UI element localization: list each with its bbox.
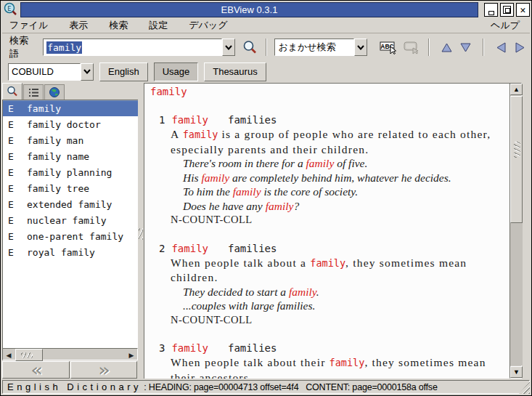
sense-example: Does he have any family? [183, 199, 504, 214]
menu-item-0[interactable]: ファイル [2, 18, 55, 32]
pane-divider[interactable] [138, 83, 144, 379]
keyword-link[interactable]: family [201, 171, 229, 184]
tab-word-list[interactable] [23, 84, 44, 100]
scroll-left-arrow[interactable]: ◀ [3, 349, 15, 361]
minimize-button[interactable] [484, 3, 498, 17]
dictionary-combo-dropdown[interactable] [81, 63, 94, 81]
status-location-info: : HEADING: page=00004713 offset=4f4 CONT… [142, 382, 438, 392]
previous-page-button[interactable]: « [2, 361, 70, 379]
text-segment: Does he have any [183, 200, 266, 212]
select-word-button[interactable]: ABC [379, 38, 398, 57]
sense-plural: families [228, 114, 277, 126]
status-bar: English Dictionary : HEADING: page=00004… [2, 380, 530, 394]
left-triangle-icon [496, 42, 506, 53]
keyword-link[interactable]: family [233, 185, 261, 198]
method-combo-dropdown[interactable] [354, 39, 367, 56]
up-triangle-icon [441, 43, 452, 52]
sense-number: 3 [159, 342, 165, 354]
toolbar-separator [483, 39, 484, 56]
item-label: nuclear family [27, 215, 107, 226]
list-item[interactable]: Eextended family [3, 196, 138, 212]
sense-headword[interactable]: family [171, 114, 208, 126]
scrollbar-thumb[interactable] [510, 96, 523, 223]
search-combo-dropdown[interactable] [222, 39, 235, 56]
content-vertical-scrollbar[interactable]: ▲ ▼ [510, 83, 522, 379]
toolbar-separator [428, 39, 430, 56]
globe-icon [49, 86, 60, 98]
search-method-select[interactable]: おまかせ検索 [274, 39, 354, 56]
list-horizontal-scrollbar[interactable]: ◀ ▶ [2, 348, 138, 360]
sense-example: There's room in there for a family of fi… [183, 156, 504, 171]
keyword-link[interactable]: family [330, 357, 365, 368]
list-item[interactable]: Eone-parent family [3, 228, 138, 244]
next-page-button[interactable]: » [70, 361, 138, 379]
close-button[interactable]: ✕ [516, 3, 530, 17]
title-row: E EBView 0.3.1 ✕ [2, 2, 530, 17]
dictionary-toolbar: COBUILD EnglishUsageThesaurus [2, 60, 530, 83]
menu-item-2[interactable]: 検索 [102, 18, 135, 32]
scroll-down-arrow[interactable]: ▼ [510, 366, 523, 378]
menu-item-4[interactable]: デバッグ [181, 18, 234, 32]
title-bar[interactable]: EBView 0.3.1 [20, 2, 478, 17]
keyword-link[interactable]: family [183, 129, 218, 140]
list-item[interactable]: Efamily [3, 100, 138, 116]
list-item[interactable]: Efamily man [3, 132, 138, 148]
text-segment: ? [293, 200, 299, 212]
search-method-value: おまかせ検索 [278, 41, 335, 54]
sense-headword[interactable]: family [171, 342, 208, 354]
search-button[interactable] [240, 38, 259, 57]
sense-headword[interactable]: family [171, 243, 208, 254]
keyword-link[interactable]: family [306, 157, 335, 169]
list-item[interactable]: Enuclear family [3, 212, 138, 228]
right-triangle-icon [515, 42, 525, 53]
tab-web[interactable] [44, 84, 65, 100]
list-item[interactable]: Eroyal family [3, 244, 138, 260]
keyword-link[interactable]: family [310, 257, 345, 269]
thumb-grip [21, 352, 33, 358]
item-label: family doctor [27, 119, 101, 130]
history-back-button[interactable] [493, 39, 510, 56]
previous-entry-button[interactable] [438, 39, 455, 56]
item-label: one-parent family [27, 231, 123, 242]
window-title: EBView 0.3.1 [221, 4, 278, 15]
scrollbar-thumb[interactable] [15, 349, 43, 361]
previous-page-label: « [30, 360, 41, 379]
list-item[interactable]: Efamily planning [3, 164, 138, 180]
text-segment: are completely behind him, whatever he d… [229, 171, 451, 184]
keyword-link[interactable]: family [266, 200, 294, 212]
text-segment: is a group of people who are related to … [171, 128, 491, 155]
scrollbar-track[interactable] [510, 223, 523, 365]
dict-tab-usage[interactable]: Usage [154, 62, 199, 81]
keyword-link[interactable]: family [289, 286, 316, 298]
text-segment: There's room in there for a [183, 157, 306, 169]
dictionary-select[interactable]: COBUILD [8, 63, 81, 81]
item-prefix: E [8, 215, 18, 226]
search-input[interactable]: family [43, 39, 222, 56]
dict-tab-thesaurus[interactable]: Thesaurus [204, 62, 266, 81]
definition-pane[interactable]: family 1familyfamiliesA family is a grou… [144, 83, 510, 379]
status-dictionary-name: English Dictionary [7, 381, 142, 392]
menu-item-3[interactable]: 設定 [142, 18, 175, 32]
sub-book-buttons: EnglishUsageThesaurus [94, 62, 266, 81]
dictionary-value: COBUILD [12, 66, 54, 77]
chevron-down-icon [83, 69, 91, 74]
app-window: E EBView 0.3.1 ✕ ファイル表示検索設定デバッグ ヘルプ 検索語 … [0, 0, 532, 396]
next-entry-button[interactable] [457, 39, 474, 56]
list-item[interactable]: Efamily name [3, 148, 138, 164]
dict-tab-english[interactable]: English [99, 62, 148, 81]
result-list: EfamilyEfamily doctorEfamily manEfamily … [2, 100, 138, 348]
next-page-label: » [98, 360, 109, 379]
scroll-right-arrow[interactable]: ▶ [126, 349, 137, 361]
history-forward-button[interactable] [512, 39, 528, 56]
menu-item-1[interactable]: 表示 [62, 18, 95, 32]
menu-item-help[interactable]: ヘルプ [483, 17, 527, 33]
maximize-button[interactable] [500, 3, 514, 17]
list-item[interactable]: Efamily doctor [3, 116, 138, 132]
item-label: family man [27, 135, 83, 146]
chevron-down-icon [225, 45, 232, 50]
scroll-up-arrow[interactable]: ▲ [510, 84, 523, 95]
sense-heading: 1familyfamilies [159, 113, 504, 127]
list-item[interactable]: Efamily tree [3, 180, 138, 196]
tab-search-results[interactable] [2, 83, 22, 100]
sense-plural: families [228, 342, 277, 354]
